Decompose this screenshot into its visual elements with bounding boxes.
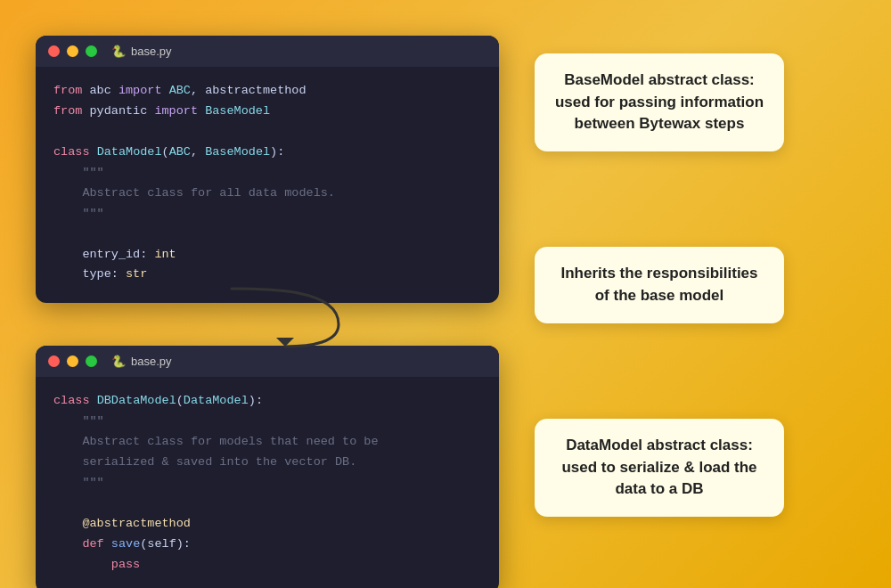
code-line: from abc import ABC, abstractmethod (53, 81, 481, 102)
code-line: serialized & saved into the vector DB. (53, 453, 481, 473)
top-info-text: BaseModel abstract class: used for passi… (555, 71, 764, 132)
python-icon: 🐍 (111, 45, 126, 58)
python-icon: 🐍 (111, 355, 126, 368)
code-line: Abstract class for all data models. (53, 184, 481, 204)
code-line: """ (53, 473, 481, 494)
code-line: entry_id: int (53, 245, 481, 265)
code-line: pass (53, 555, 481, 576)
code-line: @abstractmethod (53, 514, 481, 535)
code-line (53, 225, 481, 245)
bottom-filename: base.py (131, 355, 172, 368)
code-line: type: str (53, 265, 481, 285)
code-line: class DBDataModel(DataModel): (53, 391, 481, 412)
code-line: """ (53, 163, 481, 184)
maximize-dot (86, 45, 97, 57)
close-dot (48, 355, 60, 367)
maximize-dot (86, 355, 97, 367)
code-line: Abstract class for models that need to b… (53, 432, 481, 453)
minimize-dot (67, 45, 78, 57)
code-line (53, 122, 481, 143)
top-code-body: from abc import ABC, abstractmethod from… (36, 67, 499, 303)
bottom-code-window: 🐍 base.py class DBDataModel(DataModel): … (36, 346, 499, 588)
code-line: from pydantic import BaseModel (53, 102, 481, 122)
main-layout: 🐍 base.py from abc import ABC, abstractm… (0, 0, 891, 588)
left-column: 🐍 base.py from abc import ABC, abstractm… (36, 27, 499, 588)
top-info-box: BaseModel abstract class: used for passi… (535, 53, 784, 151)
bottom-info-text: DataModel abstract class: used to serial… (561, 437, 756, 497)
code-line: """ (53, 204, 481, 225)
bottom-code-body: class DBDataModel(DataModel): """ Abstra… (36, 377, 499, 588)
code-line (53, 494, 481, 514)
top-titlebar: 🐍 base.py (36, 36, 499, 67)
top-filename: base.py (131, 45, 172, 58)
bottom-window-title: 🐍 base.py (111, 355, 172, 368)
bottom-titlebar: 🐍 base.py (36, 346, 499, 377)
top-window-title: 🐍 base.py (111, 45, 172, 58)
minimize-dot (67, 355, 78, 367)
top-code-window: 🐍 base.py from abc import ABC, abstractm… (36, 36, 499, 303)
right-column: BaseModel abstract class: used for passi… (535, 27, 855, 561)
middle-info-box: Inherits the responsibilities of the bas… (535, 247, 784, 323)
bottom-info-box: DataModel abstract class: used to serial… (535, 419, 784, 517)
code-line: def save(self): (53, 535, 481, 555)
code-line: """ (53, 412, 481, 432)
close-dot (48, 45, 60, 57)
middle-info-text: Inherits the responsibilities of the bas… (560, 265, 757, 304)
code-line: class DataModel(ABC, BaseModel): (53, 143, 481, 163)
